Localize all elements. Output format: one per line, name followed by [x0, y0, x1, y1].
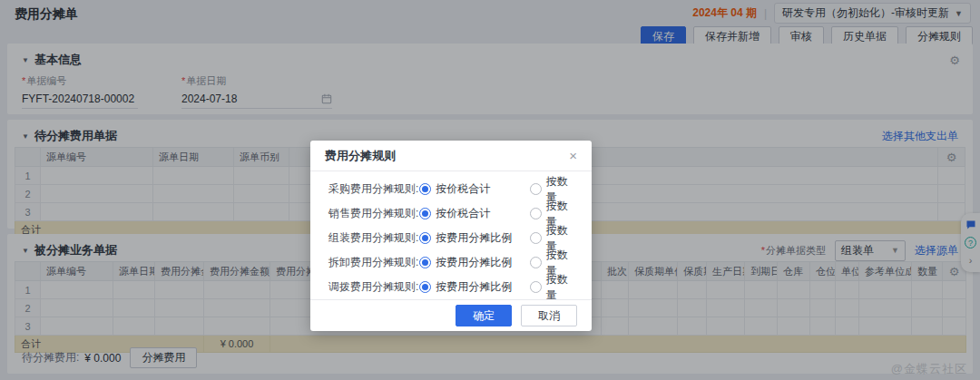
rule-label: 销售费用分摊规则: — [328, 206, 419, 221]
radio-option[interactable]: 按费用分摊比例 — [419, 255, 530, 270]
radio-unselected-icon[interactable] — [530, 281, 542, 293]
radio-unselected-icon[interactable] — [530, 257, 542, 268]
radio-option[interactable]: 按价税合计 — [419, 206, 530, 221]
rule-label: 组装费用分摊规则: — [328, 230, 419, 246]
rule-label: 调拨费用分摊规则: — [328, 279, 419, 295]
radio-unselected-icon[interactable] — [530, 208, 542, 219]
radio-selected-icon[interactable] — [419, 183, 431, 195]
radio-option[interactable]: 按费用分摊比例 — [419, 279, 530, 295]
rule-label: 拆卸费用分摊规则: — [328, 255, 419, 270]
rule-label: 采购费用分摊规则: — [328, 181, 419, 197]
dialog-body: 采购费用分摊规则: 按价税合计 按数量 销售费用分摊规则: 按价税合计 按数量 … — [310, 171, 592, 299]
radio-selected-icon[interactable] — [419, 232, 431, 244]
radio-option[interactable]: 按数量 — [530, 272, 573, 303]
dialog-footer: 确定 取消 — [310, 299, 592, 331]
close-icon[interactable]: × — [569, 149, 577, 162]
dialog-title: 费用分摊规则 — [325, 148, 396, 164]
rule-row-transfer: 调拨费用分摊规则: 按费用分摊比例 按数量 — [310, 275, 592, 299]
radio-unselected-icon[interactable] — [530, 232, 542, 244]
radio-selected-icon[interactable] — [419, 208, 431, 219]
radio-selected-icon[interactable] — [419, 281, 431, 293]
cancel-button[interactable]: 取消 — [521, 305, 577, 326]
radio-option[interactable]: 按价税合计 — [419, 181, 530, 197]
radio-unselected-icon[interactable] — [530, 183, 542, 195]
radio-selected-icon[interactable] — [419, 257, 431, 268]
ok-button[interactable]: 确定 — [456, 305, 512, 326]
dialog-header: 费用分摊规则 × — [310, 141, 592, 171]
allocation-rules-dialog: 费用分摊规则 × 采购费用分摊规则: 按价税合计 按数量 销售费用分摊规则: 按… — [310, 141, 592, 331]
radio-option[interactable]: 按费用分摊比例 — [419, 230, 530, 246]
